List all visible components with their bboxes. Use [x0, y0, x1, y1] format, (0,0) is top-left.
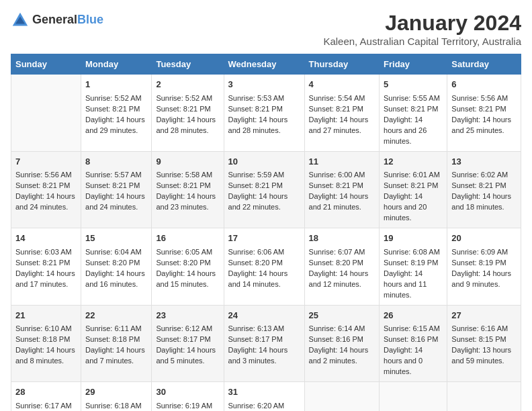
day-info: Sunrise: 6:00 AM	[309, 170, 375, 181]
day-number: 3	[228, 79, 300, 91]
header-day-wednesday: Wednesday	[224, 54, 304, 75]
day-info: Daylight: 14 hours and 7 minutes.	[85, 345, 147, 367]
day-info: Sunrise: 6:17 AM	[15, 401, 77, 411]
day-info: Sunrise: 5:59 AM	[228, 170, 300, 181]
day-info: Daylight: 14 hours and 28 minutes.	[228, 115, 300, 136]
day-info: Sunset: 8:21 PM	[384, 181, 443, 191]
day-info: Daylight: 14 hours and 8 minutes.	[15, 345, 77, 367]
day-info: Sunrise: 5:52 AM	[156, 93, 219, 104]
day-info: Daylight: 14 hours and 0 minutes.	[384, 345, 443, 377]
calendar-cell: 29Sunrise: 6:18 AMSunset: 8:14 PMDayligh…	[81, 382, 152, 411]
logo-icon	[11, 11, 30, 30]
calendar-cell: 31Sunrise: 6:20 AMSunset: 8:12 PMDayligh…	[224, 382, 304, 411]
day-info: Sunset: 8:18 PM	[15, 334, 77, 345]
day-info: Sunrise: 6:11 AM	[85, 324, 147, 334]
day-info: Sunrise: 6:09 AM	[451, 247, 517, 258]
day-number: 15	[85, 232, 147, 245]
calendar-cell: 28Sunrise: 6:17 AMSunset: 8:15 PMDayligh…	[11, 382, 81, 411]
day-info: Daylight: 14 hours and 18 minutes.	[451, 191, 517, 213]
calendar-cell: 13Sunrise: 6:02 AMSunset: 8:21 PMDayligh…	[447, 151, 521, 228]
calendar-cell: 23Sunrise: 6:12 AMSunset: 8:17 PMDayligh…	[152, 305, 224, 382]
subtitle: Kaleen, Australian Capital Territory, Au…	[323, 36, 521, 47]
day-info: Sunset: 8:15 PM	[451, 334, 517, 345]
day-info: Daylight: 14 hours and 2 minutes.	[309, 345, 375, 367]
day-number: 24	[228, 310, 300, 322]
day-info: Sunrise: 5:54 AM	[309, 93, 375, 104]
day-info: Daylight: 14 hours and 21 minutes.	[309, 191, 375, 213]
day-info: Daylight: 14 hours and 12 minutes.	[309, 269, 375, 290]
day-number: 2	[156, 79, 219, 91]
day-info: Sunrise: 5:56 AM	[451, 93, 517, 104]
day-info: Daylight: 14 hours and 22 minutes.	[228, 191, 300, 213]
calendar-cell: 6Sunrise: 5:56 AMSunset: 8:21 PMDaylight…	[447, 75, 521, 152]
day-info: Sunrise: 6:04 AM	[85, 247, 147, 258]
day-info: Daylight: 14 hours and 26 minutes.	[384, 115, 443, 147]
day-info: Daylight: 14 hours and 3 minutes.	[228, 345, 300, 367]
day-info: Sunrise: 6:10 AM	[15, 324, 77, 334]
day-number: 7	[15, 156, 77, 169]
header-day-monday: Monday	[81, 54, 152, 75]
day-info: Daylight: 14 hours and 28 minutes.	[156, 115, 219, 136]
calendar-body: 1Sunrise: 5:52 AMSunset: 8:21 PMDaylight…	[11, 75, 521, 412]
day-info: Sunset: 8:21 PM	[384, 104, 443, 115]
day-number: 26	[384, 310, 443, 322]
calendar-cell: 8Sunrise: 5:57 AMSunset: 8:21 PMDaylight…	[81, 151, 152, 228]
calendar-cell: 17Sunrise: 6:06 AMSunset: 8:20 PMDayligh…	[224, 228, 304, 306]
day-info: Daylight: 14 hours and 16 minutes.	[85, 269, 147, 290]
day-info: Sunset: 8:21 PM	[85, 104, 147, 115]
day-info: Daylight: 14 hours and 29 minutes.	[85, 115, 147, 136]
day-info: Daylight: 14 hours and 17 minutes.	[15, 269, 77, 290]
day-info: Sunset: 8:20 PM	[85, 258, 147, 269]
calendar-cell: 5Sunrise: 5:55 AMSunset: 8:21 PMDaylight…	[380, 75, 447, 152]
day-info: Sunset: 8:20 PM	[309, 258, 375, 269]
calendar-header: SundayMondayTuesdayWednesdayThursdayFrid…	[11, 54, 521, 75]
day-number: 9	[156, 156, 219, 169]
day-number: 25	[309, 310, 375, 322]
main-title: January 2024	[323, 11, 521, 36]
day-info: Daylight: 14 hours and 5 minutes.	[156, 345, 219, 367]
day-info: Daylight: 14 hours and 24 minutes.	[85, 191, 147, 213]
day-number: 12	[384, 156, 443, 169]
calendar-cell: 4Sunrise: 5:54 AMSunset: 8:21 PMDaylight…	[304, 75, 379, 152]
day-info: Sunset: 8:21 PM	[228, 181, 300, 191]
day-info: Daylight: 14 hours and 9 minutes.	[451, 269, 517, 290]
calendar-week-2: 7Sunrise: 5:56 AMSunset: 8:21 PMDaylight…	[11, 151, 521, 228]
day-info: Daylight: 14 hours and 24 minutes.	[15, 191, 77, 213]
calendar-cell: 25Sunrise: 6:14 AMSunset: 8:16 PMDayligh…	[304, 305, 379, 382]
day-info: Sunset: 8:21 PM	[309, 104, 375, 115]
day-number: 4	[309, 79, 375, 91]
day-info: Sunrise: 6:19 AM	[156, 401, 219, 411]
title-section: January 2024 Kaleen, Australian Capital …	[323, 11, 521, 47]
day-number: 21	[15, 310, 77, 322]
day-info: Sunset: 8:19 PM	[451, 258, 517, 269]
day-info: Sunset: 8:16 PM	[384, 334, 443, 345]
day-info: Daylight: 14 hours and 15 minutes.	[156, 269, 219, 290]
logo-general: GeneralBlue	[32, 13, 103, 27]
day-number: 30	[156, 386, 219, 399]
day-info: Sunset: 8:18 PM	[85, 334, 147, 345]
calendar-table: SundayMondayTuesdayWednesdayThursdayFrid…	[11, 54, 521, 411]
day-info: Sunset: 8:17 PM	[156, 334, 219, 345]
calendar-cell: 21Sunrise: 6:10 AMSunset: 8:18 PMDayligh…	[11, 305, 81, 382]
calendar-cell: 30Sunrise: 6:19 AMSunset: 8:13 PMDayligh…	[152, 382, 224, 411]
day-info: Sunrise: 6:05 AM	[156, 247, 219, 258]
day-info: Sunrise: 5:58 AM	[156, 170, 219, 181]
day-info: Sunrise: 5:52 AM	[85, 93, 147, 104]
day-info: Daylight: 14 hours and 14 minutes.	[228, 269, 300, 290]
day-number: 19	[384, 232, 443, 245]
day-info: Sunset: 8:17 PM	[228, 334, 300, 345]
logo: GeneralBlue	[11, 11, 103, 30]
day-number: 14	[15, 232, 77, 245]
day-info: Sunrise: 6:01 AM	[384, 170, 443, 181]
day-info: Sunrise: 6:13 AM	[228, 324, 300, 334]
calendar-cell: 7Sunrise: 5:56 AMSunset: 8:21 PMDaylight…	[11, 151, 81, 228]
day-info: Sunrise: 6:14 AM	[309, 324, 375, 334]
day-info: Sunrise: 6:02 AM	[451, 170, 517, 181]
calendar-cell: 18Sunrise: 6:07 AMSunset: 8:20 PMDayligh…	[304, 228, 379, 306]
day-number: 6	[451, 79, 517, 91]
day-info: Sunset: 8:19 PM	[384, 258, 443, 269]
day-info: Sunset: 8:21 PM	[15, 258, 77, 269]
day-info: Sunset: 8:21 PM	[228, 104, 300, 115]
day-number: 5	[384, 79, 443, 91]
day-info: Sunset: 8:21 PM	[156, 104, 219, 115]
